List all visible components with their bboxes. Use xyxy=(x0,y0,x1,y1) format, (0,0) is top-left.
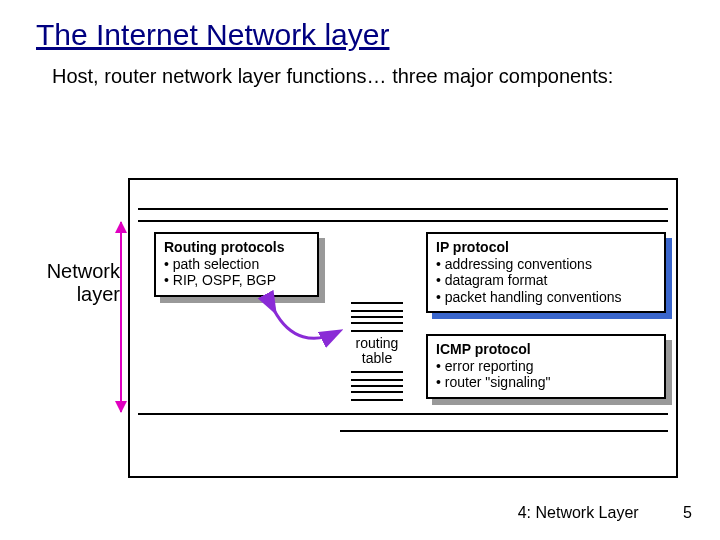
network-layer-row: Routing protocols path selection RIP, OS… xyxy=(138,220,668,415)
network-layer-extent-arrow xyxy=(120,222,122,412)
footer-chapter: 4: Network Layer xyxy=(518,504,639,521)
routing-bullet-1: path selection xyxy=(164,256,309,273)
footer-page-number: 5 xyxy=(683,504,692,521)
network-layer-side-label: Network layer xyxy=(38,260,120,306)
ip-bullet-2: datagram format xyxy=(436,272,656,289)
routing-to-table-arrow xyxy=(268,304,344,350)
slide-footer: 4: Network Layer 5 xyxy=(518,504,692,522)
routing-table-icon xyxy=(351,302,403,332)
transport-layer-row xyxy=(138,188,668,210)
side-label-line1: Network xyxy=(47,260,120,282)
routing-bullet-2: RIP, OSPF, BGP xyxy=(164,272,309,289)
routing-table-label-1: routing xyxy=(342,336,412,351)
ip-bullet-1: addressing conventions xyxy=(436,256,656,273)
side-label-line2: layer xyxy=(77,283,120,305)
slide-title: The Internet Network layer xyxy=(0,0,720,52)
icmp-bullet-2: router "signaling" xyxy=(436,374,656,391)
routing-table-icon-bottom xyxy=(351,371,403,401)
ip-bullet-3: packet handling conventions xyxy=(436,289,656,306)
icmp-protocol-header: ICMP protocol xyxy=(436,341,656,358)
icmp-bullet-1: error reporting xyxy=(436,358,656,375)
routing-table: routing table xyxy=(342,302,412,405)
icmp-protocol-box: ICMP protocol error reporting router "si… xyxy=(426,334,666,399)
ip-protocol-header: IP protocol xyxy=(436,239,656,256)
layer-stack-diagram: Routing protocols path selection RIP, OS… xyxy=(128,178,678,478)
routing-protocols-header: Routing protocols xyxy=(164,239,309,256)
slide-subtitle: Host, router network layer functions… th… xyxy=(0,52,720,89)
link-layer-row xyxy=(340,430,668,468)
routing-table-label-2: table xyxy=(342,351,412,366)
routing-protocols-box: Routing protocols path selection RIP, OS… xyxy=(154,232,319,297)
ip-protocol-box: IP protocol addressing conventions datag… xyxy=(426,232,666,313)
